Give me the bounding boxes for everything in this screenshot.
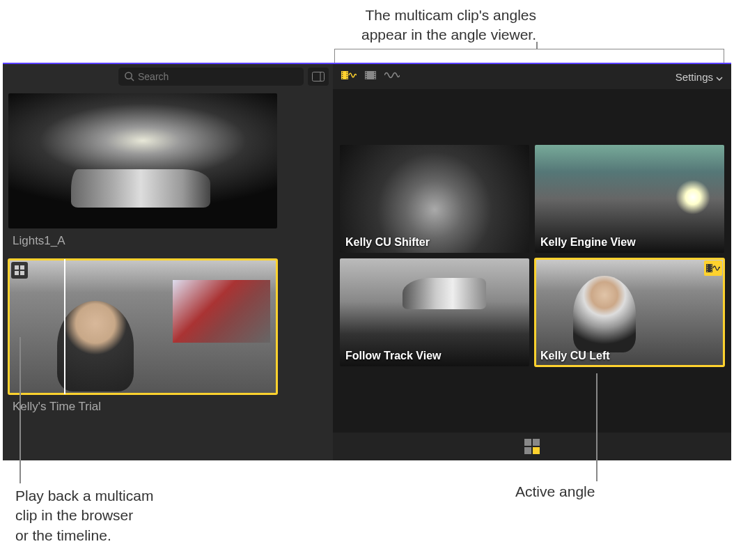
svg-rect-11 — [342, 76, 343, 77]
svg-rect-20 — [366, 76, 367, 77]
browser-panel: Lights1_A Kelly's Time Trial — [3, 64, 333, 460]
angle-viewer-grid: Kelly CU Shifter Kelly Engine View Follo… — [333, 89, 731, 433]
active-angle-badge-icon — [704, 260, 722, 276]
svg-rect-14 — [347, 74, 348, 75]
playhead-indicator[interactable] — [64, 259, 65, 394]
switch-mode-group — [341, 70, 400, 84]
svg-rect-13 — [347, 72, 348, 72]
svg-rect-19 — [366, 74, 367, 75]
browser-clip-selected[interactable]: Kelly's Time Trial — [8, 259, 327, 414]
search-input[interactable] — [118, 68, 304, 86]
video-only-switch-icon[interactable] — [365, 70, 376, 84]
angle-label: Kelly Engine View — [540, 236, 636, 249]
angle-tile-active[interactable]: Kelly CU Left — [535, 258, 724, 366]
angle-layout-icon[interactable] — [524, 439, 540, 454]
browser-clips-area: Lights1_A Kelly's Time Trial — [3, 89, 333, 460]
annotation-connector — [536, 42, 538, 49]
angle-tile[interactable]: Follow Track View — [340, 258, 529, 366]
svg-rect-33 — [711, 269, 712, 270]
svg-rect-34 — [711, 271, 712, 272]
settings-dropdown[interactable]: Settings — [676, 71, 723, 83]
clip-label: Lights1_A — [8, 234, 327, 248]
annotation-connector — [596, 373, 598, 481]
svg-rect-18 — [366, 72, 367, 73]
svg-rect-25 — [375, 78, 376, 79]
annotation-active-angle: Active angle — [515, 483, 595, 500]
svg-rect-23 — [375, 74, 376, 75]
annotation-text: clip in the browser — [15, 506, 153, 525]
annotation-bracket — [334, 49, 724, 63]
svg-rect-30 — [707, 271, 708, 272]
svg-rect-12 — [342, 78, 343, 79]
svg-rect-10 — [342, 74, 343, 75]
annotation-text: or the timeline. — [15, 526, 153, 545]
app-window: Lights1_A Kelly's Time Trial — [3, 63, 731, 460]
annotation-connector — [19, 337, 21, 483]
angle-tile[interactable]: Kelly CU Shifter — [340, 145, 529, 253]
search-input-wrapper — [118, 68, 304, 86]
svg-rect-15 — [347, 76, 348, 77]
angle-label: Kelly CU Shifter — [345, 236, 430, 249]
chevron-down-icon — [716, 71, 723, 83]
svg-line-1 — [131, 78, 134, 81]
browser-clip[interactable]: Lights1_A — [8, 93, 327, 248]
svg-rect-22 — [375, 72, 376, 73]
svg-rect-32 — [711, 267, 712, 267]
clip-thumbnail[interactable] — [8, 259, 277, 394]
svg-rect-2 — [313, 72, 325, 81]
annotation-text: Play back a multicam — [15, 486, 153, 506]
svg-rect-27 — [707, 265, 708, 265]
svg-rect-21 — [366, 78, 367, 79]
svg-rect-9 — [342, 72, 343, 72]
annotation-text: appear in the angle viewer. — [361, 25, 536, 45]
svg-rect-24 — [375, 76, 376, 77]
multicam-badge-icon — [11, 262, 28, 279]
svg-rect-16 — [347, 78, 348, 79]
svg-rect-31 — [711, 265, 712, 265]
annotation-angle-viewer: The multicam clip's angles appear in the… — [361, 6, 536, 45]
annotation-playback: Play back a multicam clip in the browser… — [15, 486, 153, 545]
settings-label: Settings — [676, 71, 713, 83]
angle-tile[interactable]: Kelly Engine View — [535, 145, 724, 253]
svg-rect-5 — [20, 265, 24, 270]
svg-rect-4 — [15, 265, 19, 270]
angle-viewer-panel: Settings Kelly CU Shifter Kelly Engine V… — [333, 64, 731, 460]
angle-label: Kelly CU Left — [540, 350, 610, 362]
viewer-toolbar: Settings — [333, 64, 731, 89]
svg-rect-28 — [707, 267, 708, 267]
browser-toolbar — [3, 64, 333, 89]
video-audio-switch-icon[interactable] — [341, 70, 357, 84]
clip-thumbnail[interactable] — [8, 93, 277, 228]
svg-rect-7 — [20, 271, 24, 275]
clip-label: Kelly's Time Trial — [8, 400, 327, 414]
svg-rect-6 — [15, 271, 19, 275]
panel-layout-toggle[interactable] — [308, 68, 329, 86]
svg-point-0 — [125, 72, 132, 79]
svg-rect-29 — [707, 269, 708, 270]
annotation-text: The multicam clip's angles — [361, 6, 536, 25]
viewer-bottom-bar — [333, 433, 731, 460]
angle-label: Follow Track View — [345, 350, 442, 362]
search-icon — [124, 71, 134, 84]
audio-only-switch-icon[interactable] — [384, 70, 400, 83]
